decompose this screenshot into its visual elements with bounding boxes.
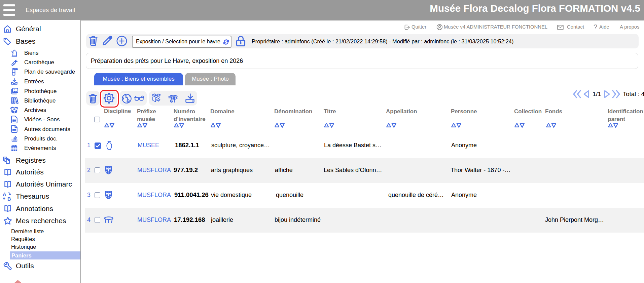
svg-text:A: A (3, 192, 6, 197)
svg-text:B: B (7, 196, 11, 201)
